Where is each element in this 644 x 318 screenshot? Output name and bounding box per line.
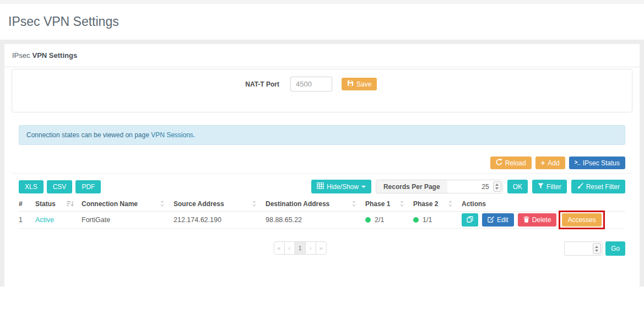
export-buttons: XLS CSV PDF — [19, 180, 101, 193]
col-header-phase2[interactable]: Phase 2 — [413, 197, 462, 212]
alert-text: Connection states can be viewed on page — [26, 131, 151, 139]
sort-icon[interactable] — [447, 200, 454, 209]
records-per-page-label: Records Per Page — [376, 180, 447, 193]
col-header-status[interactable]: Status — [35, 197, 82, 212]
table-header-row: # Status Connection Name Source Address … — [19, 197, 625, 212]
pagination-next[interactable]: › — [305, 241, 316, 255]
pagination-last[interactable]: » — [316, 241, 327, 255]
content-wrapper: IPsec VPN Settings NAT-T Port Save Conne… — [0, 40, 644, 287]
panel-title-light: IPsec — [12, 51, 30, 60]
table-row: 1 Active FortiGate 212.174.62.190 98.88.… — [19, 212, 625, 229]
page-header: IPsec VPN Settings — [0, 4, 644, 40]
panel-body: NAT-T Port Save Connection states can be… — [4, 67, 640, 256]
panel-header: IPsec VPN Settings — [4, 44, 640, 67]
ok-button[interactable]: OK — [507, 180, 528, 193]
trash-icon — [523, 216, 529, 224]
hide-show-dropdown[interactable]: Hide/Show — [311, 180, 371, 193]
cell-connection-name: FortiGate — [82, 212, 174, 229]
col-header-phase1[interactable]: Phase 1 — [365, 197, 413, 212]
highlight-box: Accesses — [559, 211, 604, 229]
goto-stepper[interactable] — [593, 243, 601, 254]
divider — [12, 173, 632, 174]
reset-filter-button[interactable]: Reset Filter — [571, 180, 625, 193]
refresh-icon — [496, 159, 502, 167]
add-label: Add — [548, 159, 559, 167]
accesses-button[interactable]: Accesses — [562, 213, 601, 227]
info-alert: Connection states can be viewed on page … — [19, 125, 625, 145]
panel-title-bold: VPN Settings — [33, 51, 78, 60]
save-button[interactable]: Save — [342, 78, 377, 90]
save-label: Save — [356, 80, 371, 88]
connections-table: # Status Connection Name Source Address … — [19, 197, 625, 229]
sort-icon[interactable] — [350, 200, 358, 209]
nat-t-port-label: NAT-T Port — [232, 80, 279, 88]
cell-status: Active — [35, 212, 82, 229]
cell-num: 1 — [19, 212, 35, 229]
clone-icon — [467, 216, 473, 224]
col-header-destination-address[interactable]: Destination Address — [266, 197, 365, 212]
status-active-link[interactable]: Active — [35, 216, 54, 224]
table-grid-icon — [317, 182, 324, 191]
col-header-num: # — [19, 197, 35, 212]
ipsec-settings-panel: IPsec VPN Settings NAT-T Port Save Conne… — [4, 44, 640, 287]
chevron-down-icon — [361, 186, 366, 188]
edit-button[interactable]: Edit — [482, 213, 514, 227]
sort-icon[interactable] — [159, 200, 166, 209]
stepper-up-icon[interactable] — [495, 184, 499, 186]
cell-phase1: 2/1 — [365, 212, 413, 229]
records-per-page-field — [447, 180, 502, 193]
table-toolbar: XLS CSV PDF Hide/Show Records Per Page — [19, 180, 625, 193]
delete-button[interactable]: Delete — [518, 213, 557, 227]
pagination: « ‹ 1 › » — [273, 241, 326, 255]
sort-amount-icon[interactable] — [67, 200, 74, 209]
pagination-prev[interactable]: ‹ — [284, 241, 295, 255]
edit-pencil-icon — [488, 216, 494, 224]
pagination-first[interactable]: « — [273, 241, 284, 255]
save-icon — [347, 80, 354, 88]
export-pdf-button[interactable]: PDF — [75, 180, 101, 193]
cell-destination-address: 98.88.65.22 — [266, 212, 365, 229]
terminal-icon: >_ — [575, 160, 580, 166]
edit-label: Edit — [497, 216, 508, 224]
ipsec-status-label: IPsec Status — [583, 159, 620, 167]
clone-button[interactable] — [462, 213, 478, 227]
sort-icon[interactable] — [251, 200, 258, 209]
number-stepper[interactable] — [493, 181, 501, 192]
filter-label: Filter — [546, 183, 561, 191]
add-button[interactable]: + Add — [535, 157, 565, 169]
alert-section: Connection states can be viewed on page … — [12, 125, 632, 169]
reload-button[interactable]: Reload — [490, 157, 532, 169]
ipsec-status-button[interactable]: >_ IPsec Status — [569, 157, 625, 169]
phase2-status-dot — [413, 217, 419, 223]
actions-bar: Reload + Add >_ IPsec Status — [19, 157, 625, 169]
table-footer: « ‹ 1 › » Go — [12, 241, 632, 256]
right-tools: Hide/Show Records Per Page — [311, 180, 625, 193]
sort-icon[interactable] — [398, 200, 405, 209]
records-per-page-group: Records Per Page — [376, 180, 503, 193]
reload-label: Reload — [505, 159, 526, 167]
reset-filter-label: Reset Filter — [586, 183, 620, 191]
col-header-source-address[interactable]: Source Address — [174, 197, 266, 212]
goto-page-group: Go — [564, 241, 625, 256]
col-header-connection-name[interactable]: Connection Name — [82, 197, 174, 212]
brush-icon — [577, 182, 583, 191]
filter-button[interactable]: Filter — [532, 180, 567, 193]
filter-funnel-icon — [538, 183, 544, 191]
goto-page-field — [564, 241, 603, 256]
stepper-down-icon[interactable] — [595, 250, 598, 252]
page-title: IPsec VPN Settings — [8, 14, 119, 29]
nat-t-port-input[interactable] — [290, 77, 332, 91]
vpn-sessions-link[interactable]: VPN Sessions — [151, 131, 193, 139]
export-csv-button[interactable]: CSV — [47, 180, 73, 193]
stepper-down-icon[interactable] — [495, 187, 499, 190]
stepper-up-icon[interactable] — [595, 246, 598, 248]
pagination-page-1[interactable]: 1 — [294, 241, 305, 255]
nat-t-form-well: NAT-T Port Save — [12, 69, 632, 112]
delete-label: Delete — [532, 216, 551, 224]
alert-text-end: . — [193, 131, 195, 139]
cell-actions: Edit Delete Accesses — [462, 212, 625, 229]
phase1-status-dot — [365, 217, 371, 223]
export-xls-button[interactable]: XLS — [19, 180, 44, 193]
cell-source-address: 212.174.62.190 — [174, 212, 266, 229]
go-button[interactable]: Go — [605, 241, 625, 256]
